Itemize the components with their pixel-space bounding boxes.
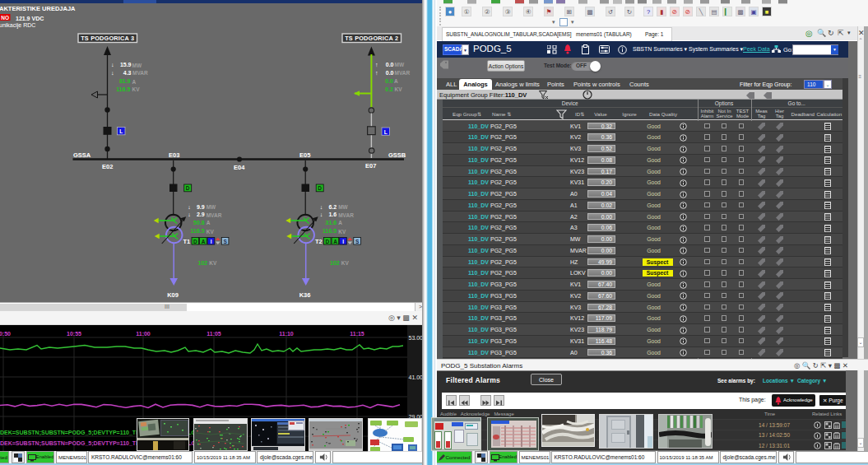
svg-text:KV: KV — [209, 260, 217, 266]
svg-text:9.9: 9.9 — [197, 204, 205, 210]
svg-text:E07: E07 — [365, 162, 376, 170]
svg-text:NO: NO — [1, 15, 9, 21]
svg-text:D: D — [326, 239, 330, 244]
svg-text:116.5: 116.5 — [191, 228, 205, 234]
svg-text:MVAR: MVAR — [207, 212, 222, 218]
svg-text:121.9 VDC: 121.9 VDC — [16, 16, 44, 21]
svg-text:10:55: 10:55 — [67, 331, 81, 337]
svg-text:102: 102 — [330, 260, 340, 266]
svg-text:MW: MW — [132, 63, 142, 68]
svg-text:KV: KV — [132, 86, 141, 92]
svg-text:D: D — [193, 239, 197, 244]
svg-text:L: L — [119, 128, 123, 134]
svg-text:4.3: 4.3 — [123, 70, 132, 76]
svg-text:A: A — [394, 78, 398, 84]
svg-text:↓: ↓ — [320, 204, 323, 210]
svg-text:TS PODGORICA 2: TS PODGORICA 2 — [345, 35, 398, 42]
svg-text:↓: ↓ — [188, 212, 191, 217]
svg-text:↓: ↓ — [188, 204, 191, 210]
svg-text:MVAR: MVAR — [395, 70, 411, 76]
svg-text:T1: T1 — [183, 238, 191, 245]
svg-text:GSSB: GSSB — [388, 151, 406, 159]
svg-text:11:05: 11:05 — [207, 331, 221, 337]
svg-text:MVAR: MVAR — [338, 212, 354, 218]
svg-text:E03: E03 — [169, 151, 179, 159]
svg-text:116.5: 116.5 — [323, 228, 337, 234]
svg-text:A: A — [338, 220, 342, 226]
svg-text:53.00: 53.00 — [409, 335, 424, 341]
svg-text:E02: E02 — [102, 163, 113, 170]
svg-text:0.0: 0.0 — [385, 78, 393, 84]
svg-text:41.00: 41.00 — [409, 374, 424, 380]
svg-text:81.9: 81.9 — [119, 78, 131, 84]
svg-text:T2: T2 — [315, 238, 323, 245]
svg-text:A: A — [202, 239, 206, 244]
svg-text:E04: E04 — [234, 164, 245, 171]
svg-text:A: A — [132, 79, 137, 85]
svg-text:GSSA: GSSA — [73, 151, 91, 159]
svg-text:↓: ↓ — [111, 70, 114, 76]
svg-text:KV: KV — [338, 229, 346, 235]
svg-text:I: I — [211, 239, 212, 244]
svg-text:KV: KV — [341, 260, 350, 266]
svg-text:D: D — [186, 185, 190, 191]
svg-text:MW: MW — [395, 62, 405, 67]
svg-text:unikacije RDC: unikacije RDC — [0, 22, 35, 29]
svg-text:102: 102 — [198, 260, 208, 266]
svg-text:TS PODGORICA 3: TS PODGORICA 3 — [81, 35, 134, 42]
svg-text:A: A — [333, 239, 337, 244]
svg-text:1.6: 1.6 — [328, 212, 337, 217]
svg-text:A: A — [207, 220, 211, 226]
svg-text:0.0: 0.0 — [386, 70, 394, 76]
svg-text:↑: ↑ — [375, 70, 378, 76]
svg-text:S: S — [224, 239, 228, 244]
svg-text:↓: ↓ — [111, 62, 114, 67]
svg-text:MW: MW — [207, 204, 216, 210]
svg-text:KV: KV — [395, 86, 403, 92]
svg-text:S: S — [355, 239, 360, 244]
svg-text:11:15: 11:15 — [350, 331, 364, 337]
svg-text:31.6: 31.6 — [326, 220, 337, 226]
svg-text:↓: ↓ — [320, 212, 323, 217]
svg-text:116.5: 116.5 — [116, 86, 130, 92]
svg-text:I: I — [342, 239, 344, 244]
svg-text:D: D — [318, 185, 322, 191]
svg-text:K36: K36 — [299, 291, 311, 299]
svg-text:AKTERISTIKE UREDJAJA: AKTERISTIKE UREDJAJA — [0, 5, 76, 12]
svg-text:11:10: 11:10 — [279, 331, 294, 337]
svg-text:50.8: 50.8 — [193, 220, 205, 226]
svg-text:10:50: 10:50 — [0, 331, 11, 337]
svg-text:L: L — [384, 129, 388, 135]
svg-text:0.0: 0.0 — [386, 62, 394, 67]
svg-text:11:00: 11:00 — [136, 331, 151, 337]
svg-text:↑: ↑ — [375, 62, 378, 67]
svg-text:2.9: 2.9 — [197, 212, 205, 217]
svg-text:K09: K09 — [167, 291, 179, 299]
svg-text:6.2: 6.2 — [328, 204, 337, 210]
svg-text:15.9: 15.9 — [120, 62, 132, 67]
svg-text:MW: MW — [338, 204, 348, 210]
svg-text:MVAR: MVAR — [132, 70, 148, 76]
svg-text:KV: KV — [207, 229, 215, 235]
svg-text:0.2: 0.2 — [385, 86, 393, 92]
svg-text:E05: E05 — [299, 151, 310, 159]
